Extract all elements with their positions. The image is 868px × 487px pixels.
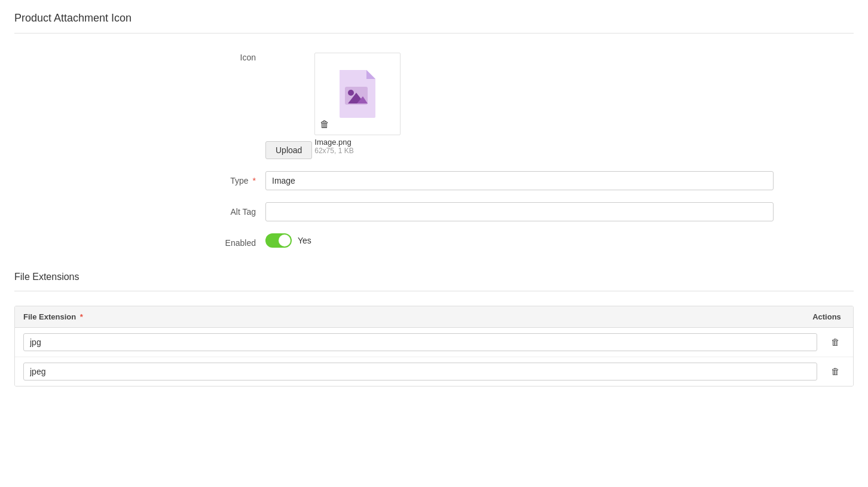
file-extensions-table: File Extension * Actions	[14, 306, 854, 386]
icon-row: Icon Upload	[14, 48, 854, 159]
page-title: Product Attachment Icon	[14, 12, 854, 34]
file-ext-input-jpeg[interactable]	[23, 363, 817, 381]
type-row: Type *	[14, 171, 854, 190]
enabled-control-wrapper: Yes	[265, 233, 854, 248]
svg-point-2	[348, 90, 354, 96]
col-extension-header: File Extension *	[23, 312, 809, 321]
file-extensions-section: File Extensions File Extension * Actions	[14, 272, 854, 386]
enabled-toggle[interactable]	[265, 233, 292, 248]
alt-tag-control-wrapper	[265, 202, 854, 221]
enabled-label: Enabled	[14, 233, 265, 248]
trash-icon-jpeg	[831, 366, 840, 377]
alt-tag-label: Alt Tag	[14, 202, 265, 217]
enabled-row: Enabled Yes	[14, 233, 854, 248]
file-ext-input-jpg[interactable]	[23, 333, 817, 351]
type-control-wrapper	[265, 171, 854, 190]
alt-tag-input[interactable]	[265, 202, 774, 221]
image-filename: Image.png	[314, 138, 401, 147]
type-required-asterisk: *	[253, 176, 256, 185]
image-dimensions: 62x75, 1 KB	[314, 147, 401, 155]
icon-label: Icon	[14, 48, 265, 62]
upload-button[interactable]: Upload	[265, 141, 312, 159]
file-ext-row	[15, 357, 853, 386]
file-extensions-header: File Extension * Actions	[15, 306, 853, 328]
type-input[interactable]	[265, 171, 774, 190]
icon-control-wrapper: Upload	[265, 48, 854, 159]
file-extensions-title: File Extensions	[14, 272, 854, 291]
toggle-slider	[265, 233, 292, 248]
file-ext-row	[15, 328, 853, 357]
image-info: Image.png 62x75, 1 KB	[314, 138, 401, 155]
alt-tag-row: Alt Tag	[14, 202, 854, 221]
type-label: Type *	[14, 171, 265, 185]
trash-icon-jpg	[831, 337, 840, 348]
delete-jpg-button[interactable]	[826, 333, 845, 352]
toggle-row: Yes	[265, 233, 854, 248]
delete-preview-icon[interactable]: 🗑	[320, 119, 329, 130]
image-preview-container: 🗑 Image.png 62x75, 1 KB	[314, 53, 401, 155]
delete-jpeg-button[interactable]	[826, 362, 845, 381]
image-preview-box: 🗑	[314, 53, 401, 135]
image-file-icon	[337, 70, 378, 118]
col-required-asterisk: *	[80, 312, 83, 321]
col-actions-header: Actions	[809, 312, 845, 321]
enabled-yes-label: Yes	[298, 236, 311, 245]
